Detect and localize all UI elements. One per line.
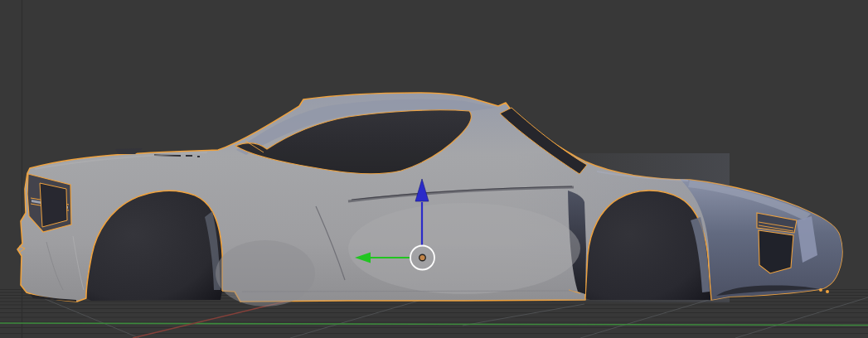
taillight-recess — [759, 230, 793, 273]
door-highlight — [348, 203, 580, 294]
rear-outline-dot-1 — [819, 288, 822, 292]
rear-outline-dot-2 — [826, 290, 829, 293]
viewport-canvas[interactable] — [0, 0, 868, 338]
headlight-inner-box — [40, 183, 67, 227]
gizmo-origin-dot[interactable] — [419, 254, 426, 261]
door-front-shading — [216, 240, 315, 307]
viewport-3d[interactable] — [0, 0, 868, 338]
